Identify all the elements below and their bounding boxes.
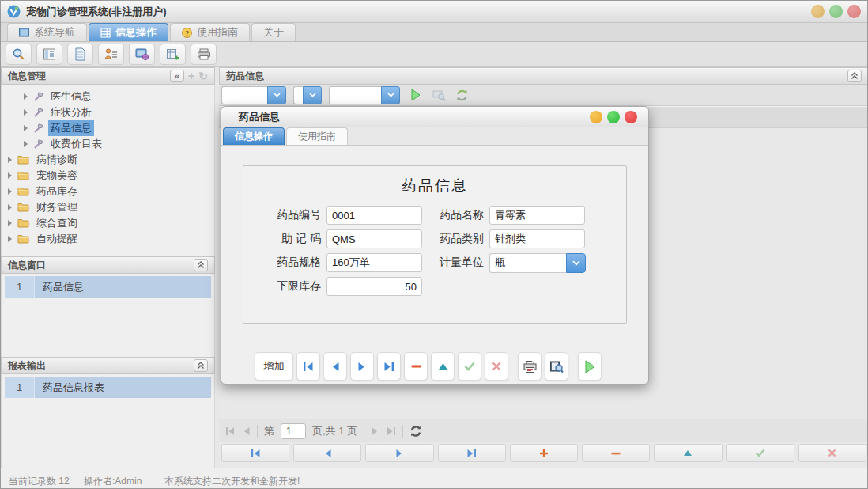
add-record-button[interactable] bbox=[510, 444, 578, 462]
delete-record-button[interactable] bbox=[404, 352, 428, 381]
next-page-button[interactable] bbox=[371, 426, 379, 436]
first-record-button[interactable] bbox=[296, 352, 320, 381]
collapse-up-button[interactable] bbox=[194, 359, 208, 372]
tree-item-drug-info[interactable]: 药品信息 bbox=[2, 120, 214, 136]
run-query-button[interactable] bbox=[406, 85, 426, 104]
expand-arrow-icon[interactable] bbox=[24, 109, 28, 116]
cancel-button[interactable] bbox=[485, 352, 508, 381]
info-manage-tree: 医生信息 症状分析 药品信息 收费价目表 病情诊断 bbox=[1, 85, 215, 256]
cancel-button[interactable] bbox=[798, 444, 866, 462]
first-page-button[interactable] bbox=[225, 426, 236, 436]
refresh-page-button[interactable] bbox=[409, 425, 422, 438]
tab-user-guide[interactable]: ? 使用指南 bbox=[170, 23, 250, 41]
dialog-close-button[interactable] bbox=[625, 111, 637, 123]
dialog-minimize-button[interactable] bbox=[590, 111, 602, 123]
last-page-button[interactable] bbox=[386, 426, 396, 436]
search-button[interactable] bbox=[6, 44, 32, 65]
mnemonic-input[interactable] bbox=[326, 229, 422, 248]
refresh-panel-icon[interactable]: ↻ bbox=[198, 70, 208, 82]
add-button[interactable]: 增加 bbox=[255, 352, 293, 381]
collapse-left-button[interactable]: « bbox=[170, 70, 184, 82]
monitor-globe-button[interactable] bbox=[129, 44, 155, 65]
person-chart-button[interactable] bbox=[98, 44, 124, 65]
close-button[interactable] bbox=[847, 5, 861, 18]
last-record-button[interactable] bbox=[438, 444, 506, 462]
expand-arrow-icon[interactable] bbox=[8, 157, 12, 163]
chevron-down-icon[interactable] bbox=[566, 253, 586, 273]
expand-arrow-icon[interactable] bbox=[8, 172, 12, 179]
prev-record-button[interactable] bbox=[323, 352, 347, 381]
main-panel-title: 药品信息 bbox=[226, 70, 264, 83]
chevron-down-icon[interactable] bbox=[303, 86, 322, 104]
confirm-button[interactable] bbox=[458, 352, 481, 381]
drug-category-input[interactable] bbox=[489, 229, 585, 248]
add-panel-icon[interactable]: + bbox=[188, 70, 194, 82]
document-button[interactable] bbox=[67, 44, 93, 65]
tab-system-nav[interactable]: 系统导航 bbox=[7, 23, 87, 41]
unit-combobox[interactable]: 瓶 bbox=[489, 253, 586, 273]
delete-record-button[interactable] bbox=[582, 444, 650, 462]
tree-item-symptom-analysis[interactable]: 症状分析 bbox=[2, 104, 214, 120]
print-preview-button[interactable] bbox=[545, 352, 568, 381]
prev-record-button[interactable] bbox=[293, 444, 361, 462]
prev-page-button[interactable] bbox=[242, 426, 251, 436]
record-count-label: 当前记录数 12 bbox=[9, 475, 70, 488]
report-output-row[interactable]: 1 药品信息报表 bbox=[5, 377, 211, 398]
dialog-title: 药品信息 bbox=[239, 110, 280, 124]
drug-name-input[interactable] bbox=[489, 206, 585, 225]
expand-arrow-icon[interactable] bbox=[8, 236, 12, 242]
drug-spec-input[interactable] bbox=[326, 253, 422, 272]
query-value-select[interactable] bbox=[329, 86, 400, 104]
status-message: 本系统支持二次开发和全新开发! bbox=[164, 475, 300, 488]
expand-arrow-icon[interactable] bbox=[24, 125, 28, 131]
tree-item-pet-beauty[interactable]: 宠物美容 bbox=[2, 168, 214, 184]
info-window-row[interactable]: 1 药品信息 bbox=[5, 276, 211, 298]
tree-item-auto-remind[interactable]: 自动提醒 bbox=[2, 231, 214, 247]
dialog-maximize-button[interactable] bbox=[607, 111, 620, 123]
tab-info-operate[interactable]: 信息操作 bbox=[89, 23, 168, 41]
dialog-tab-info-operate[interactable]: 信息操作 bbox=[223, 127, 285, 145]
prev-record-icon bbox=[323, 449, 332, 458]
tree-item-query[interactable]: 综合查询 bbox=[2, 215, 214, 231]
maximize-button[interactable] bbox=[829, 5, 843, 18]
window-controls bbox=[811, 5, 861, 18]
form-list-button[interactable] bbox=[36, 44, 62, 65]
minus-icon bbox=[411, 365, 421, 368]
tree-item-finance[interactable]: 财务管理 bbox=[2, 199, 214, 215]
tree-item-diagnosis[interactable]: 病情诊断 bbox=[2, 152, 214, 168]
printer-button[interactable] bbox=[191, 44, 217, 65]
query-operator-select[interactable] bbox=[293, 86, 322, 104]
minimize-button[interactable] bbox=[811, 5, 825, 18]
expand-arrow-icon[interactable] bbox=[8, 204, 12, 210]
refresh-query-button[interactable] bbox=[451, 85, 472, 104]
edit-record-button[interactable] bbox=[431, 352, 455, 381]
tab-about[interactable]: 关于 bbox=[251, 23, 296, 41]
collapse-up-button[interactable] bbox=[194, 259, 208, 271]
chevron-down-icon[interactable] bbox=[381, 86, 400, 104]
query-field-select[interactable] bbox=[221, 86, 286, 104]
expand-arrow-icon[interactable] bbox=[8, 220, 12, 226]
confirm-button[interactable] bbox=[726, 444, 794, 462]
expand-arrow-icon[interactable] bbox=[24, 141, 28, 147]
next-record-button[interactable] bbox=[365, 444, 433, 462]
dialog-tab-user-guide[interactable]: 使用指南 bbox=[286, 127, 348, 145]
next-record-button[interactable] bbox=[350, 352, 374, 381]
collapse-up-button[interactable] bbox=[847, 70, 862, 82]
tree-item-drug-stock[interactable]: 药品库存 bbox=[2, 184, 214, 199]
last-record-button[interactable] bbox=[377, 352, 401, 381]
edit-record-button[interactable] bbox=[654, 444, 722, 462]
min-stock-input[interactable] bbox=[326, 277, 422, 296]
form-row: 下限库存 bbox=[274, 277, 422, 296]
print-button[interactable] bbox=[518, 352, 542, 381]
first-record-button[interactable] bbox=[221, 444, 289, 462]
tree-item-doctor-info[interactable]: 医生信息 bbox=[2, 89, 214, 104]
chevron-down-icon[interactable] bbox=[267, 86, 286, 104]
tree-item-price-list[interactable]: 收费价目表 bbox=[2, 136, 214, 152]
page-number-input[interactable] bbox=[281, 423, 306, 439]
drug-code-input[interactable] bbox=[326, 206, 422, 225]
print-search-button-disabled[interactable] bbox=[428, 85, 449, 104]
expand-arrow-icon[interactable] bbox=[24, 93, 28, 100]
table-add-button[interactable] bbox=[160, 44, 186, 65]
run-button[interactable] bbox=[578, 352, 602, 381]
expand-arrow-icon[interactable] bbox=[8, 188, 12, 195]
